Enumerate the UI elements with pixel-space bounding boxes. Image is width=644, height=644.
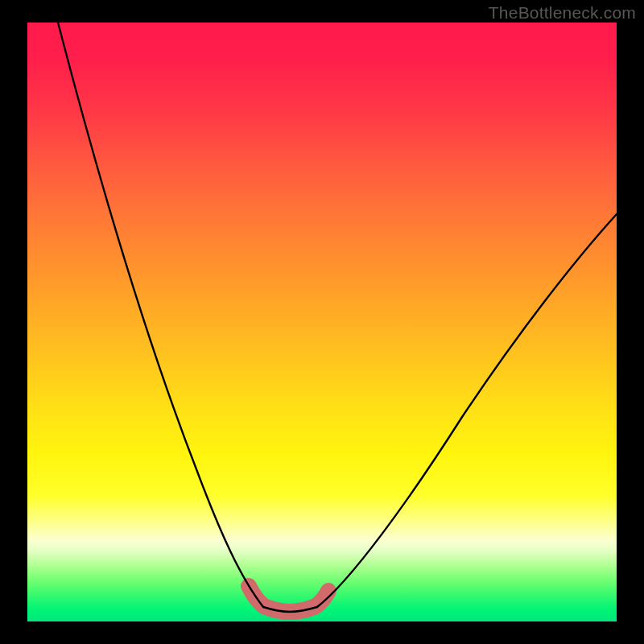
curve-layer xyxy=(27,23,617,621)
plot-area xyxy=(27,23,617,621)
chart-stage: TheBottleneck.com xyxy=(0,0,644,644)
right-branch xyxy=(317,214,617,607)
left-branch xyxy=(58,23,263,607)
watermark-label: TheBottleneck.com xyxy=(489,3,636,23)
